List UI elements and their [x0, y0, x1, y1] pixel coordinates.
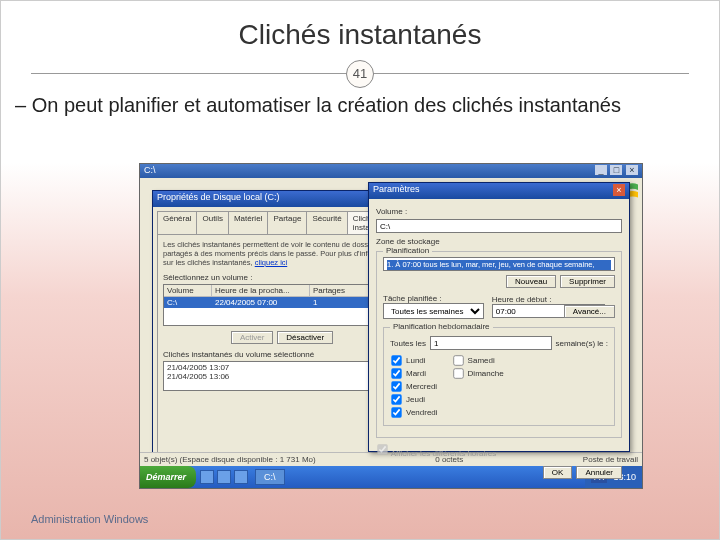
weekly-group: Planification hebdomadaire Toutes les se… — [383, 327, 615, 426]
tab-securite[interactable]: Sécurité — [306, 211, 347, 234]
col-next: Heure de la procha... — [212, 285, 310, 296]
every-label: Toutes les — [390, 339, 426, 348]
slide-title: Clichés instantanés — [1, 1, 719, 59]
minimize-icon[interactable]: _ — [595, 165, 607, 175]
help-link[interactable]: cliquez ici — [255, 258, 288, 267]
delete-button[interactable]: Supprimer — [560, 275, 615, 288]
dlg2-titlebar: Paramètres × — [369, 183, 629, 199]
ql-icon[interactable] — [200, 470, 214, 484]
slide-footer: Administration Windows — [31, 513, 148, 525]
day-dimanche[interactable]: Dimanche — [452, 367, 504, 380]
close-icon[interactable]: × — [626, 165, 638, 175]
ok-button[interactable]: OK — [543, 466, 573, 479]
maximize-icon[interactable]: □ — [610, 165, 622, 175]
volume-row[interactable]: C:\ 22/04/2005 07:00 1 — [164, 297, 400, 308]
dlg2-body: Volume : Zone de stockage Planification … — [369, 199, 629, 466]
select-volume-label: Sélectionnez un volume : — [163, 273, 401, 282]
close-icon[interactable]: × — [613, 184, 625, 196]
activate-button[interactable]: Activer — [231, 331, 273, 344]
dlg1-title: Propriétés de Disque local (C:) — [157, 192, 280, 206]
day-samedi[interactable]: Samedi — [452, 354, 504, 367]
divider: 41 — [31, 73, 689, 74]
snapshots-label: Clichés instantanés du volume sélectionn… — [163, 350, 401, 359]
tab-materiel[interactable]: Matériel — [228, 211, 268, 234]
list-item[interactable]: 21/04/2005 13:06 — [167, 372, 397, 381]
deactivate-button[interactable]: Désactiver — [277, 331, 333, 344]
task-select[interactable]: Toutes les semaines — [383, 303, 484, 319]
taskbar-task[interactable]: C:\ — [255, 469, 285, 485]
help-text: Les clichés instantanés permettent de vo… — [163, 240, 401, 267]
new-button[interactable]: Nouveau — [506, 275, 556, 288]
list-item[interactable]: 21/04/2005 13:07 — [167, 363, 397, 372]
schedule-list[interactable]: 1. À 07:00 tous les lun, mar, mer, jeu, … — [383, 257, 615, 271]
ql-icon[interactable] — [234, 470, 248, 484]
start-button[interactable]: Démarrer — [140, 466, 196, 488]
day-mercredi[interactable]: Mercredi — [390, 380, 438, 393]
task-label: Tâche planifiée : — [383, 294, 488, 303]
status-objects: 5 objet(s) (Espace disque disponible : 1… — [144, 455, 316, 464]
weekly-group-title: Planification hebdomadaire — [390, 322, 493, 331]
col-volume: Volume — [164, 285, 212, 296]
storage-label: Zone de stockage — [376, 237, 622, 246]
window-buttons[interactable]: _ □ × — [594, 165, 638, 177]
plan-group-title: Planification — [383, 246, 432, 255]
advanced-button[interactable]: Avancé... — [564, 305, 615, 318]
explorer-titlebar: C:\ _ □ × — [140, 164, 642, 178]
tab-general[interactable]: Général — [157, 211, 197, 234]
settings-dialog: Paramètres × Volume : Zone de stockage P… — [368, 182, 630, 452]
days-checkboxes: Lundi Mardi Mercredi Jeudi Vendredi Same… — [390, 354, 608, 419]
screenshot-desktop: C:\ _ □ × Propriétés de Disque local (C:… — [139, 163, 643, 489]
start-label: Heure de début : — [492, 295, 560, 304]
volume-label: Volume : — [376, 207, 407, 216]
page-number-badge: 41 — [346, 60, 374, 88]
every-input[interactable] — [430, 336, 552, 350]
cancel-button[interactable]: Annuler — [576, 466, 622, 479]
day-lundi[interactable]: Lundi — [390, 354, 438, 367]
day-mardi[interactable]: Mardi — [390, 367, 438, 380]
tab-outils[interactable]: Outils — [196, 211, 228, 234]
snapshots-list[interactable]: 21/04/2005 13:07 21/04/2005 13:06 — [163, 361, 401, 391]
ql-icon[interactable] — [217, 470, 231, 484]
day-vendredi[interactable]: Vendredi — [390, 406, 438, 419]
tab-partage[interactable]: Partage — [267, 211, 307, 234]
dlg2-title: Paramètres — [373, 184, 420, 198]
planification-group: Planification 1. À 07:00 tous les lun, m… — [376, 251, 622, 438]
show-multiple-check[interactable]: Afficher les différents horaires — [376, 443, 496, 458]
explorer-title-text: C:\ — [144, 165, 156, 177]
volume-listbox[interactable]: Volume Heure de la procha... Partages C:… — [163, 284, 401, 326]
day-jeudi[interactable]: Jeudi — [390, 393, 438, 406]
volume-input[interactable] — [376, 219, 622, 233]
quick-launch[interactable] — [200, 470, 248, 484]
bullet-text: – On peut planifier et automatiser la cr… — [1, 84, 719, 118]
schedule-item[interactable]: 1. À 07:00 tous les lun, mar, mer, jeu, … — [387, 260, 611, 271]
every-unit: semaine(s) le : — [556, 339, 608, 348]
